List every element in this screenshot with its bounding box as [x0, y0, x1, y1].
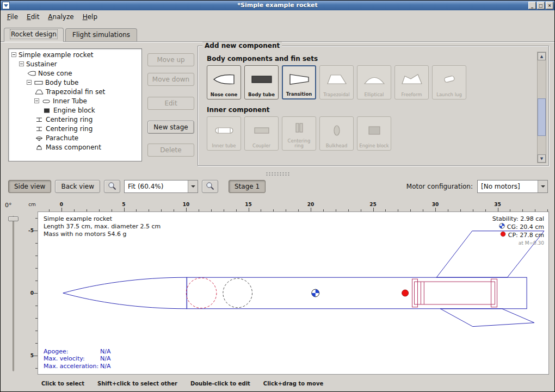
- tab-rocket-design[interactable]: Rocket design: [4, 28, 64, 42]
- body-tube-button[interactable]: Body tube: [244, 65, 279, 99]
- component-tree[interactable]: Simple example rocketSustainerNose coneB…: [8, 48, 142, 161]
- motor-configuration-select[interactable]: [No motors]: [477, 180, 548, 193]
- component-button-label: Coupler: [252, 144, 270, 148]
- nose-cone-button[interactable]: Nose cone: [207, 65, 241, 99]
- motor-configuration-label: Motor configuration:: [406, 183, 473, 190]
- design-view-area: 0° cm 05101520253035 -505: [1, 200, 554, 376]
- scroll-up-icon[interactable]: ▲: [538, 52, 546, 60]
- menu-edit[interactable]: Edit: [22, 11, 44, 22]
- design-canvas[interactable]: Simple example rocket Length 37.5 cm, ma…: [38, 211, 549, 375]
- panel-splitter[interactable]: [1, 170, 554, 178]
- title-bar: *Simple example rocket _ □ ✕: [1, 1, 554, 10]
- component-button-label: Transition: [286, 92, 312, 97]
- centering-ring-icon: [34, 116, 44, 123]
- tree-item-inner-tube[interactable]: Inner Tube: [9, 96, 141, 105]
- fin-icon: [34, 89, 44, 95]
- window-title: *Simple example rocket: [1, 1, 554, 10]
- nose-cone-icon: [212, 66, 236, 92]
- motor-configuration-group: Motor configuration: [No motors]: [406, 180, 548, 193]
- tree-item-label: Mass component: [46, 144, 101, 151]
- tree-expander-icon[interactable]: [19, 61, 24, 66]
- ruler-unit: cm: [27, 202, 38, 210]
- transition-button[interactable]: Transition: [282, 65, 316, 99]
- tree-item-parachute[interactable]: Parachute: [9, 133, 141, 142]
- rotation-slider-handle[interactable]: [8, 216, 18, 221]
- minimize-button[interactable]: _: [528, 2, 536, 9]
- scroll-down-icon[interactable]: ▼: [538, 154, 546, 163]
- tree-item-label: Centering ring: [46, 116, 92, 123]
- component-button-label: Nose cone: [211, 92, 237, 97]
- add-component-body: Body components and fin setsNose coneBod…: [198, 48, 534, 164]
- bulkhead-icon: [325, 117, 349, 144]
- chevron-down-icon[interactable]: [188, 181, 198, 192]
- tree-expander-icon[interactable]: [34, 98, 39, 103]
- menu-analyze[interactable]: Analyze: [44, 11, 78, 22]
- ruler-label: 0: [60, 202, 63, 207]
- zoom-value: Fit (60.4%): [125, 181, 188, 192]
- component-button-label: Trapezoidal: [323, 92, 349, 97]
- stability-value: Stability: 2.98 cal: [492, 215, 544, 223]
- tree-item-engine-block[interactable]: Engine block: [9, 105, 141, 115]
- engine-block-button: Engine block: [357, 116, 391, 151]
- stage-1-toggle[interactable]: Stage 1: [229, 180, 266, 193]
- bulkhead-button: Bulkhead: [319, 116, 354, 151]
- view-toolbar: Side view Back view Fit (60.4%) Stage 1 …: [1, 178, 554, 195]
- component-button-label: Engine block: [359, 144, 388, 148]
- new-stage-button[interactable]: New stage: [147, 121, 194, 134]
- component-button-label: Body tube: [248, 92, 275, 97]
- component-button-label: Launch lug: [436, 92, 462, 97]
- rocket-info: Simple example rocket Length 37.5 cm, ma…: [44, 215, 161, 238]
- cg-marker-icon: [312, 289, 319, 297]
- ruler-tick: [186, 208, 187, 211]
- freeform-button: Freeform: [394, 65, 429, 99]
- tree-item-simple-example-rocket[interactable]: Simple example rocket: [9, 50, 141, 59]
- vertical-scrollbar[interactable]: ▲ ▼: [537, 52, 546, 163]
- zoom-select[interactable]: Fit (60.4%): [124, 180, 198, 193]
- centering-ring-icon: [287, 117, 311, 139]
- tree-item-mass-component[interactable]: Mass component: [9, 142, 141, 152]
- tree-expander-icon[interactable]: [27, 80, 32, 85]
- tree-item-label: Simple example rocket: [18, 51, 93, 59]
- scrollbar-thumb[interactable]: [538, 98, 546, 136]
- window-controls: _ □ ✕: [528, 2, 553, 9]
- tab-flight-simulations[interactable]: Flight simulations: [65, 28, 137, 41]
- side-view-button[interactable]: Side view: [8, 180, 51, 193]
- max-acceleration-value: N/A: [100, 363, 110, 370]
- ruler-tick: [34, 231, 38, 231]
- delete-button: Delete: [147, 144, 194, 157]
- zoom-in-button[interactable]: [104, 180, 120, 193]
- status-hint: Shift+click to select other: [97, 381, 177, 387]
- tree-item-centering-ring[interactable]: Centering ring: [9, 115, 141, 124]
- cg-legend-icon: [499, 223, 505, 231]
- ruler-tick: [373, 208, 374, 211]
- elliptical-button: Elliptical: [357, 65, 391, 99]
- back-view-button[interactable]: Back view: [55, 180, 100, 193]
- chevron-down-icon[interactable]: [538, 181, 547, 192]
- zoom-out-button[interactable]: [202, 180, 218, 193]
- tree-item-centering-ring[interactable]: Centering ring: [9, 124, 141, 133]
- tree-item-nose-cone[interactable]: Nose cone: [9, 69, 141, 78]
- status-hint: Click+drag to move: [263, 381, 323, 387]
- tree-expander-icon[interactable]: [11, 52, 16, 57]
- cp-value: CP: 27.8 cm: [508, 232, 544, 239]
- max-acceleration-label: Max. acceleration:: [44, 363, 100, 370]
- menu-file[interactable]: File: [3, 11, 22, 22]
- tree-item-body-tube[interactable]: Body tube: [9, 78, 141, 87]
- component-button-row: Inner tubeCouplerCentering ringBulkheadE…: [207, 116, 534, 151]
- trapezoidal-button: Trapezoidal: [319, 65, 354, 99]
- close-button[interactable]: ✕: [546, 2, 553, 9]
- tree-item-trapezoidal-fin-set[interactable]: Trapezoidal fin set: [9, 87, 141, 96]
- cp-marker-icon: [402, 290, 409, 296]
- tree-item-label: Parachute: [46, 134, 78, 142]
- tree-item-label: Sustainer: [26, 60, 57, 68]
- tree-item-sustainer[interactable]: Sustainer: [9, 59, 141, 69]
- rotation-slider[interactable]: [13, 216, 14, 371]
- vertical-ruler: -505: [27, 211, 38, 375]
- maximize-button[interactable]: □: [537, 2, 545, 9]
- ruler-tick: [311, 208, 311, 211]
- flight-performance: Apogee:N/A Max. velocity:N/A Max. accele…: [44, 348, 110, 370]
- component-button-row: Nose coneBody tubeTransitionTrapezoidalE…: [207, 65, 534, 99]
- menu-bar: FileEditAnalyzeHelp: [1, 10, 554, 23]
- transition-icon: [287, 66, 311, 92]
- menu-help[interactable]: Help: [78, 11, 102, 22]
